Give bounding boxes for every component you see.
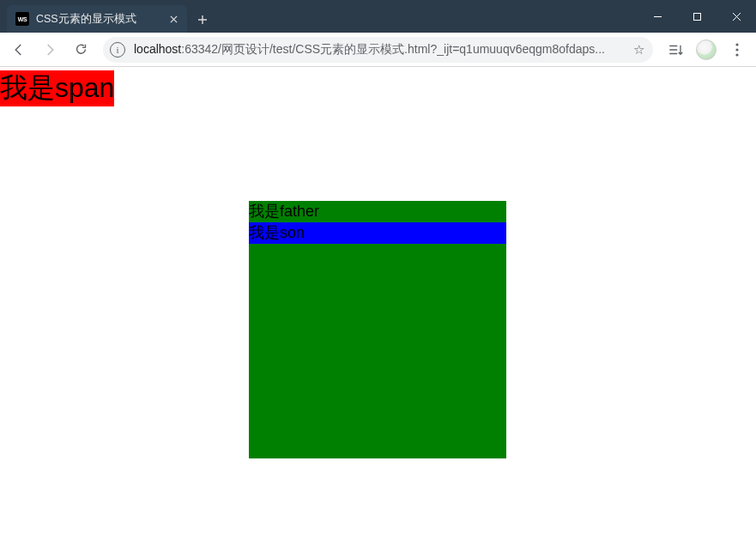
url-path: /网页设计/test/CSS元素的显示模式.html?_ijt=q1umuuqv… bbox=[218, 42, 605, 56]
green-father-block: 我是father 我是son bbox=[249, 201, 506, 458]
svg-point-2 bbox=[735, 48, 738, 51]
window-titlebar: WS CSS元素的显示模式 bbox=[0, 0, 756, 33]
titlebar-drag-region bbox=[215, 0, 638, 33]
site-info-icon[interactable]: i bbox=[110, 42, 125, 58]
blue-son-block: 我是son bbox=[249, 222, 506, 244]
new-tab-button[interactable] bbox=[191, 7, 215, 33]
tab-title: CSS元素的显示模式 bbox=[36, 12, 160, 27]
window-close-button[interactable] bbox=[717, 0, 756, 33]
reload-button[interactable] bbox=[67, 36, 94, 64]
svg-point-1 bbox=[735, 43, 738, 46]
profile-avatar[interactable] bbox=[692, 36, 720, 64]
tab-favicon: WS bbox=[15, 12, 29, 26]
back-button[interactable] bbox=[5, 36, 33, 64]
browser-tab[interactable]: WS CSS元素的显示模式 bbox=[7, 5, 187, 33]
reader-mode-icon[interactable] bbox=[662, 36, 689, 64]
window-controls bbox=[638, 0, 756, 33]
page-viewport: 我是span 我是father 我是son bbox=[0, 67, 756, 546]
url-port: :63342 bbox=[181, 42, 218, 56]
bookmark-star-icon[interactable]: ☆ bbox=[633, 42, 644, 58]
svg-point-3 bbox=[735, 53, 738, 56]
window-maximize-button[interactable] bbox=[677, 0, 717, 33]
father-label: 我是father bbox=[249, 201, 506, 222]
forward-button[interactable] bbox=[36, 36, 64, 64]
red-span-element: 我是span bbox=[0, 70, 114, 106]
window-minimize-button[interactable] bbox=[638, 0, 677, 33]
browser-toolbar: i localhost:63342/网页设计/test/CSS元素的显示模式.h… bbox=[0, 33, 756, 67]
url-host: localhost bbox=[134, 42, 181, 56]
browser-menu-button[interactable] bbox=[723, 36, 751, 64]
address-bar[interactable]: i localhost:63342/网页设计/test/CSS元素的显示模式.h… bbox=[103, 37, 653, 63]
close-tab-icon[interactable] bbox=[166, 12, 180, 26]
avatar-icon bbox=[696, 39, 717, 60]
svg-rect-0 bbox=[693, 13, 700, 20]
url-text: localhost:63342/网页设计/test/CSS元素的显示模式.htm… bbox=[134, 42, 628, 58]
